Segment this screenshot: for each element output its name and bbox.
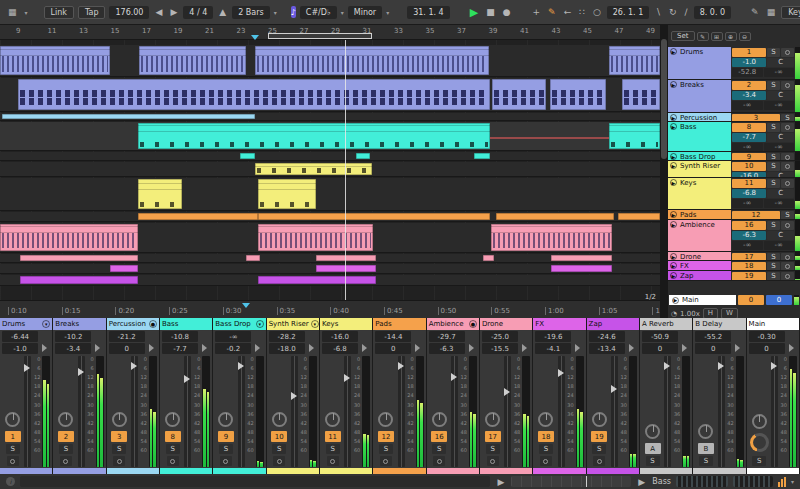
tempo-value[interactable]: 176.00 [109, 6, 149, 19]
solo-button[interactable]: S [112, 444, 126, 454]
track-activator-button[interactable]: 12 [378, 431, 394, 442]
peak-level-value[interactable]: -21.2 [109, 331, 145, 342]
arm-button[interactable] [433, 456, 445, 466]
pan-knob[interactable] [165, 412, 180, 427]
prev-clip-icon[interactable]: ▶ [495, 476, 506, 488]
send-b-value[interactable]: -∞ [764, 143, 795, 152]
volume-fader[interactable] [664, 356, 671, 467]
status-caret-icon[interactable]: ▾ [791, 478, 794, 485]
track-header-bass[interactable]: ▶Bass8S-7.7C-∞-∞ [668, 122, 800, 152]
arm-dot-icon[interactable]: ● [469, 320, 477, 328]
pan-knob[interactable] [485, 412, 500, 427]
track-activator-button[interactable]: 17 [485, 431, 501, 442]
arm-button[interactable] [781, 262, 794, 271]
track-lane-drums[interactable] [0, 45, 660, 77]
track-lane-synth-riser[interactable] [0, 162, 660, 177]
track-header-keys[interactable]: ▶Keys11S-6.8C-∞-∞ [668, 178, 800, 210]
solo-button[interactable]: S [379, 444, 393, 454]
solo-button[interactable]: S [767, 221, 780, 230]
peak-level-value[interactable]: -28.2 [269, 331, 305, 342]
mixer-track-name[interactable]: Synth Riser▾ [267, 318, 319, 330]
unfold-caret-icon[interactable]: ▾ [256, 320, 264, 328]
mixer-track-name[interactable]: Percussion● [107, 318, 159, 330]
track-lane-zap[interactable] [0, 275, 660, 286]
fold-icon[interactable]: ▶ [670, 211, 677, 218]
track-name[interactable]: ▶Drums [668, 47, 731, 79]
device-thumbnail[interactable] [733, 476, 773, 487]
key-scale-caret-icon[interactable]: ▾ [386, 9, 389, 16]
track-name[interactable]: ▶Bass Drop [668, 152, 731, 160]
track-name[interactable]: ▶Pads [668, 210, 731, 219]
peak-level-value[interactable]: -10.2 [55, 331, 91, 342]
volume-fader[interactable] [291, 356, 298, 467]
track-volume-value[interactable]: -6.8 [732, 189, 766, 198]
track-activator-button[interactable]: 2 [58, 431, 74, 442]
fader-handle[interactable] [718, 362, 724, 370]
key-root-caret-icon[interactable]: ▾ [341, 9, 344, 16]
send-a-value[interactable]: -∞ [732, 101, 763, 110]
track-name[interactable]: ▶Drone [668, 252, 731, 260]
clip-zap[interactable] [258, 276, 376, 284]
plus-button[interactable]: + [531, 6, 543, 18]
arm-button[interactable] [167, 456, 179, 466]
solo-button[interactable]: S [767, 253, 780, 261]
volume-fader[interactable] [558, 356, 565, 467]
solo-button[interactable]: S [767, 123, 780, 132]
solo-button[interactable]: S [539, 444, 553, 454]
play-button[interactable]: ▶ [468, 5, 480, 20]
peak-level-value[interactable]: -0.30 [749, 331, 785, 342]
metronome-button[interactable]: ▲ [217, 6, 228, 18]
nudge-down-button[interactable]: ◀ [153, 6, 164, 18]
mixer-track-name[interactable]: FX [533, 318, 585, 330]
peak-level-value[interactable]: -19.6 [535, 331, 571, 342]
fold-icon[interactable]: ▶ [670, 179, 677, 186]
mixer-track-name[interactable]: Bass Drop▾ [213, 318, 265, 330]
count-in-menu[interactable]: 2 Bars [232, 6, 269, 19]
track-header-bass-drop[interactable]: ▶Bass Drop9S [668, 152, 800, 161]
arm-button[interactable] [781, 272, 794, 281]
track-activator-button[interactable]: 19 [591, 431, 607, 442]
track-activator-button[interactable]: 18 [538, 431, 554, 442]
pan-knob[interactable] [272, 412, 287, 427]
solo-button[interactable]: S [767, 153, 780, 161]
clip-drums[interactable] [609, 46, 660, 75]
peak-level-value[interactable]: -16.0 [322, 331, 358, 342]
volume-fader[interactable] [718, 356, 725, 467]
track-lane-keys[interactable] [0, 178, 660, 211]
clip-breaks[interactable] [492, 79, 546, 110]
fold-icon[interactable]: ▶ [670, 262, 677, 269]
link-button[interactable]: Link [44, 6, 74, 19]
track-number-value[interactable]: 10 [732, 162, 766, 171]
fold-icon[interactable]: ▶ [670, 221, 677, 228]
send-b-value[interactable]: -∞ [764, 241, 795, 250]
clip-drone[interactable] [246, 255, 260, 261]
send-a-value[interactable]: -∞ [732, 199, 763, 208]
arm-button[interactable] [781, 153, 794, 161]
volume-value[interactable]: -18.0 [269, 343, 305, 354]
fold-icon[interactable]: ▶ [670, 81, 677, 88]
peak-level-value[interactable]: -∞ [215, 331, 251, 342]
follow-grid-button[interactable]: ▦ [765, 6, 778, 18]
arm-button[interactable] [781, 81, 794, 90]
arm-button[interactable] [781, 162, 794, 171]
clip-fx[interactable] [110, 265, 138, 272]
zoom-forward-button[interactable]: ⊖ [739, 32, 751, 41]
track-pan-value[interactable]: C [767, 91, 794, 100]
playback-speed-value[interactable]: 1.00x [680, 310, 700, 318]
fader-handle[interactable] [238, 362, 244, 370]
solo-button[interactable]: S [767, 81, 780, 90]
fader-handle[interactable] [664, 362, 670, 370]
track-name[interactable]: ▶Synth Riser [668, 161, 731, 177]
solo-button[interactable]: S [767, 262, 780, 271]
lock-icon[interactable]: ⊞ [711, 32, 723, 41]
track-lane-breaks[interactable] [0, 78, 660, 112]
clip-drone[interactable] [551, 255, 612, 261]
next-clip-icon[interactable]: ▶ [636, 476, 647, 488]
loop-switch-button[interactable]: ↻ [667, 6, 679, 18]
fold-icon[interactable]: ▶ [672, 297, 679, 304]
pan-knob[interactable] [645, 424, 660, 439]
fold-icon[interactable]: ▶ [670, 153, 677, 160]
clip-scrub-strip[interactable] [511, 476, 631, 487]
track-name[interactable]: ▶Zap [668, 271, 731, 280]
track-volume-value[interactable]: -7.7 [732, 133, 766, 142]
